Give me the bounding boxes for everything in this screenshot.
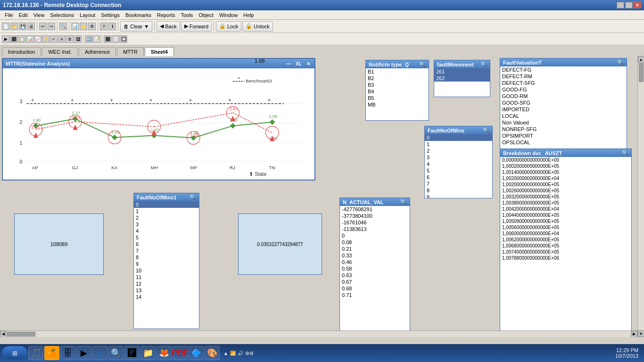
tb2-2[interactable]: ⬛ bbox=[10, 35, 17, 43]
list-item[interactable]: 2 bbox=[425, 148, 492, 154]
list-item[interactable]: 9 bbox=[134, 261, 199, 267]
toolbar-bookmark[interactable]: ⭐ bbox=[80, 23, 87, 30]
list-item[interactable]: OPSIMPORT bbox=[500, 132, 627, 139]
list-item[interactable]: 1,0026000000000000E+05 bbox=[500, 188, 631, 194]
toolbar-undo[interactable]: ↩ bbox=[39, 23, 47, 30]
toolbar-open[interactable]: 📂 bbox=[10, 23, 18, 30]
list-item[interactable]: 5 bbox=[134, 234, 199, 241]
lock-button[interactable]: 🔒 Lock bbox=[216, 21, 241, 32]
menu-reports[interactable]: Reports bbox=[154, 12, 178, 18]
list-item[interactable]: B3 bbox=[366, 82, 429, 88]
list-item[interactable]: -3773804100 bbox=[340, 213, 410, 219]
tb2-9[interactable]: B bbox=[66, 35, 74, 43]
menu-edit[interactable]: Edit bbox=[16, 12, 31, 18]
list-item[interactable]: B4 bbox=[366, 88, 429, 95]
tb2-8[interactable]: A bbox=[58, 35, 66, 43]
tb2-1[interactable]: ▶ bbox=[2, 35, 9, 43]
restore-button[interactable]: □ bbox=[625, 2, 633, 8]
list-item[interactable]: DEFECT-RM bbox=[500, 73, 627, 80]
scroll-up-arrow[interactable]: ▲ bbox=[638, 56, 644, 63]
start-button[interactable]: ⊞ bbox=[2, 346, 27, 360]
list-item[interactable]: 0 bbox=[134, 201, 199, 208]
menu-tools[interactable]: Tools bbox=[178, 12, 196, 18]
tray-arrow[interactable]: ▲ bbox=[223, 351, 228, 356]
toolbar-chart[interactable]: 📊 bbox=[71, 23, 79, 30]
list-item[interactable]: 0 bbox=[425, 134, 492, 141]
list-item[interactable]: 8 bbox=[134, 254, 199, 261]
list-item[interactable]: 0.63 bbox=[340, 272, 410, 279]
list-item[interactable]: 0.67 bbox=[340, 279, 410, 285]
list-item[interactable]: 1,0068000000000000E+05 bbox=[500, 243, 631, 249]
taskbar-files[interactable]: 📁 bbox=[140, 346, 156, 360]
fault-no-mins1-listbox[interactable]: FaultNoOfMins1 🔍 0 1 2 3 4 5 6 7 8 9 10 … bbox=[133, 193, 199, 329]
chart-minimize[interactable]: — bbox=[285, 61, 292, 66]
list-item[interactable]: DEFECT-SFG bbox=[500, 80, 627, 86]
taskbar-vlc[interactable]: 🎵 bbox=[28, 346, 43, 360]
menu-view[interactable]: View bbox=[31, 12, 48, 18]
list-item[interactable]: 3 bbox=[425, 154, 492, 161]
forward-button[interactable]: ▶ Forward bbox=[181, 21, 212, 32]
tab-adherence[interactable]: Adherence bbox=[79, 47, 116, 56]
tb2-7[interactable]: ✓ bbox=[50, 35, 58, 43]
list-item[interactable]: 1,0062000000000000E+05 bbox=[500, 237, 631, 243]
n-actual-val-listbox[interactable]: N_ACTUAL_VAL 🔍 -4277608291 -3773804100 -… bbox=[339, 197, 410, 331]
tb2-15[interactable]: 🔲 bbox=[120, 35, 127, 43]
toolbar-search[interactable]: 🔍 bbox=[59, 23, 67, 30]
scroll-right-arrow[interactable]: ▶ bbox=[631, 331, 637, 337]
menu-file[interactable]: File bbox=[2, 12, 16, 18]
notifictn-search-icon[interactable]: 🔍 bbox=[419, 61, 426, 67]
fault-movement-listbox[interactable]: faultMovement 🔍 261 262 bbox=[434, 60, 490, 97]
list-item[interactable]: 4 bbox=[425, 161, 492, 167]
tb2-6[interactable]: ⚡ bbox=[42, 35, 50, 43]
n-actual-val-search-icon[interactable]: 🔍 bbox=[400, 199, 407, 205]
list-item[interactable]: B2 bbox=[366, 75, 429, 82]
tb2-4[interactable]: 📊 bbox=[26, 35, 33, 43]
right-scrollbar[interactable]: ▲ ▼ bbox=[637, 56, 644, 337]
list-item[interactable]: 262 bbox=[434, 75, 490, 82]
list-item[interactable]: 1,0078800000000000E+06 bbox=[500, 255, 631, 261]
list-item[interactable]: 7 bbox=[425, 181, 492, 187]
fault-no-mins-listbox[interactable]: FaultNoOfMins 🔍 0 1 2 3 4 5 6 7 8 9 10 1… bbox=[424, 126, 493, 198]
taskbar-app2[interactable]: 🍊 bbox=[44, 346, 59, 360]
tb2-3[interactable]: 📋 bbox=[18, 35, 25, 43]
close-button[interactable]: ✕ bbox=[634, 2, 641, 8]
list-item[interactable]: 1,0042000000000000E+04 bbox=[500, 206, 631, 212]
scroll-thumb[interactable] bbox=[639, 63, 644, 82]
menu-selections[interactable]: Selections bbox=[47, 12, 77, 18]
list-item[interactable]: 0.68 bbox=[340, 285, 410, 292]
taskbar-app4[interactable]: 🔷 bbox=[189, 346, 204, 360]
list-item[interactable]: 1,0002000000000000E+05 bbox=[500, 163, 631, 169]
tab-mttr[interactable]: MTTR bbox=[117, 47, 144, 56]
taskbar-time[interactable]: 12:29 PM 10/7/2013 bbox=[615, 347, 642, 359]
notifictn-type-listbox[interactable]: Notifictn type_Q 🔍 B1 B2 B3 B4 B5 MB bbox=[365, 60, 429, 121]
toolbar-print[interactable]: 🖨 bbox=[27, 23, 35, 30]
list-item[interactable]: 1,0020000000000000E+05 bbox=[500, 181, 631, 188]
menu-bookmarks[interactable]: Bookmarks bbox=[123, 12, 154, 18]
scroll-down-arrow[interactable]: ▼ bbox=[638, 330, 644, 337]
list-item[interactable]: 0.21 bbox=[340, 246, 410, 252]
tb2-11[interactable]: 🔤 bbox=[85, 35, 92, 43]
tb2-12[interactable]: 📝 bbox=[93, 35, 100, 43]
list-item[interactable]: 3 bbox=[134, 221, 199, 228]
list-item[interactable]: 14 bbox=[134, 294, 199, 300]
scroll-left-arrow[interactable]: ◀ bbox=[0, 331, 7, 337]
taskbar-ie[interactable]: e bbox=[92, 346, 107, 360]
menu-object[interactable]: Object bbox=[196, 12, 216, 18]
list-item[interactable]: GOOD-RM bbox=[500, 93, 627, 99]
list-item[interactable]: 13 bbox=[134, 287, 199, 294]
tb2-14[interactable]: ⬜ bbox=[112, 35, 119, 43]
list-item[interactable]: 0.33 bbox=[340, 252, 410, 259]
tb2-10[interactable]: 🖼 bbox=[74, 35, 82, 43]
list-item[interactable]: LOCAL bbox=[500, 113, 627, 119]
tab-introduction[interactable]: Introduction bbox=[2, 47, 41, 56]
toolbar-gear[interactable]: ⚙ bbox=[88, 23, 96, 30]
list-item[interactable]: 0 bbox=[340, 232, 410, 239]
minimize-button[interactable]: ─ bbox=[617, 2, 624, 8]
fault-movement-search-icon[interactable]: 🔍 bbox=[480, 61, 487, 67]
list-item[interactable]: 5 bbox=[425, 167, 492, 174]
list-item[interactable]: GOOD-FG bbox=[500, 86, 627, 93]
toolbar-help[interactable]: ? bbox=[100, 23, 107, 30]
taskbar-pdf[interactable]: PDF bbox=[173, 346, 188, 360]
list-item[interactable]: 0.58 bbox=[340, 265, 410, 272]
bottom-scrollbar[interactable]: ◀ ▶ bbox=[0, 330, 637, 337]
